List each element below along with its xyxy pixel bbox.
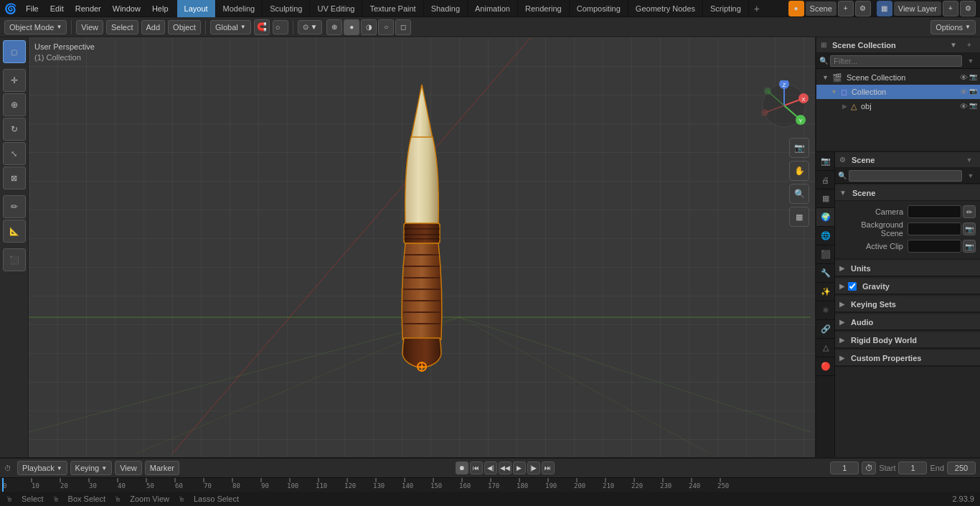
view-dropdown[interactable]: View — [115, 461, 142, 475]
play-reverse-btn[interactable]: ◀◀ — [499, 462, 512, 474]
props-tab-scene[interactable]: 🌍 — [816, 208, 835, 227]
gravity-section-header[interactable]: ▶ Gravity — [835, 278, 980, 294]
menu-edit[interactable]: Edit — [44, 0, 70, 17]
play-btn[interactable]: ▶ — [513, 462, 526, 474]
props-tab-modifier[interactable]: 🔧 — [816, 264, 835, 283]
props-tab-material[interactable]: 🔴 — [816, 357, 835, 376]
viewlayer-add-icon[interactable]: + — [943, 1, 958, 17]
active-clip-icon[interactable]: 📷 — [963, 240, 976, 253]
current-frame-input[interactable]: 1 — [830, 462, 859, 474]
outliner-search-input[interactable] — [830, 55, 962, 67]
collection-render-toggle[interactable]: 📷 — [969, 88, 977, 96]
props-search-input[interactable] — [849, 170, 962, 182]
select-menu[interactable]: Select — [106, 20, 138, 34]
rigid-body-section-header[interactable]: ▶ Rigid Body World — [835, 332, 980, 348]
outliner-add-btn[interactable]: + — [963, 39, 976, 52]
scene-add-icon[interactable]: + — [838, 1, 854, 17]
tool-annotate[interactable]: ✏ — [3, 195, 26, 218]
knife-object[interactable] — [390, 80, 454, 383]
obj-render-toggle[interactable]: 📷 — [969, 102, 977, 111]
viewport-layer-btn[interactable]: ▦ — [789, 207, 809, 227]
3d-viewport[interactable]: User Perspective (1) Collection — [29, 37, 815, 457]
viewport-shading-wireframe[interactable]: ◻ — [395, 19, 411, 35]
jump-end-btn[interactable]: ⏭ — [542, 462, 555, 474]
snap-magnet-icon[interactable]: 🧲 — [254, 19, 270, 35]
viewport-zoom-btn[interactable]: 🔍 — [789, 184, 809, 204]
audio-section-header[interactable]: ▶ Audio — [835, 314, 980, 330]
viewport-overlay-dropdown[interactable]: ⊙ ▼ — [298, 20, 323, 34]
camera-value[interactable] — [908, 205, 961, 218]
object-menu[interactable]: Object — [168, 20, 201, 34]
scene-settings-icon[interactable]: ⚙ — [855, 1, 871, 17]
jump-start-btn[interactable]: ⏮ — [470, 462, 483, 474]
playback-dropdown[interactable]: Playback ▼ — [17, 461, 67, 475]
obj-hide-toggle[interactable]: 👁 — [960, 102, 968, 111]
view-menu[interactable]: View — [76, 20, 103, 34]
gravity-checkbox[interactable] — [848, 282, 857, 291]
menu-file[interactable]: File — [20, 0, 44, 17]
tool-measure[interactable]: 📐 — [3, 220, 26, 243]
options-dropdown[interactable]: Options ▼ — [930, 20, 976, 34]
props-tab-object[interactable]: ⬛ — [816, 245, 835, 264]
props-tab-data[interactable]: △ — [816, 339, 835, 357]
tab-add-button[interactable]: + — [749, 1, 765, 17]
add-menu[interactable]: Add — [141, 20, 166, 34]
tool-move[interactable]: ⊕ — [3, 93, 26, 116]
props-tab-constraints[interactable]: 🔗 — [816, 320, 835, 339]
tab-modeling[interactable]: Modeling — [216, 0, 263, 17]
tab-texture-paint[interactable]: Texture Paint — [362, 0, 423, 17]
viewport-camera-btn[interactable]: 📷 — [789, 138, 809, 158]
menu-render[interactable]: Render — [70, 0, 107, 17]
menu-window[interactable]: Window — [107, 0, 146, 17]
outliner-filter-btn[interactable]: ▼ — [947, 39, 960, 52]
bg-scene-icon[interactable]: 📷 — [963, 222, 976, 235]
tab-shading[interactable]: Shading — [424, 0, 468, 17]
viewport-shading-material[interactable]: ◑ — [361, 19, 377, 35]
viewlayer-selector[interactable]: View Layer — [894, 1, 941, 16]
props-tab-viewlayer[interactable]: ▦ — [816, 189, 835, 208]
axes-gizmo[interactable]: X Y Z — [759, 80, 809, 131]
props-search-options[interactable]: ▼ — [964, 170, 977, 182]
marker-dropdown[interactable]: Marker — [145, 461, 179, 475]
play-record-btn[interactable]: ⏺ — [456, 462, 468, 474]
bg-scene-value[interactable] — [908, 222, 961, 235]
tab-rendering[interactable]: Rendering — [518, 0, 570, 17]
tab-scripting[interactable]: Scripting — [703, 0, 749, 17]
tab-animation[interactable]: Animation — [468, 0, 518, 17]
proportional-edit[interactable]: ○ — [273, 20, 288, 34]
step-forward-btn[interactable]: |▶ — [527, 462, 540, 474]
render-toggle[interactable]: 📷 — [969, 73, 977, 82]
viewport-shading-rendered[interactable]: ○ — [378, 19, 394, 35]
outliner-filter-options[interactable]: ▼ — [964, 55, 977, 67]
tab-uv-editing[interactable]: UV Editing — [310, 0, 362, 17]
scene-section-header[interactable]: ▼ Scene — [835, 185, 980, 201]
keying-dropdown[interactable]: Keying ▼ — [70, 461, 113, 475]
viewlayer-settings-icon[interactable]: ⚙ — [960, 1, 976, 17]
tool-cursor[interactable]: ✛ — [3, 69, 26, 92]
timeline-ruler-area[interactable]: 0 10 20 30 40 50 60 70 80 — [0, 477, 980, 492]
viewport-shading-solid[interactable]: ● — [344, 19, 359, 35]
tab-layout[interactable]: Layout — [177, 0, 216, 17]
props-options-btn[interactable]: ▼ — [963, 154, 976, 166]
menu-help[interactable]: Help — [146, 0, 174, 17]
viewport-gizmo-icon[interactable]: ⊕ — [326, 19, 342, 35]
tree-collection[interactable]: ▼ ◻ Collection 👁 📷 — [816, 85, 980, 99]
tool-add-cube[interactable]: ⬛ — [3, 248, 26, 271]
props-tab-physics[interactable]: ⚛ — [816, 301, 835, 320]
transform-orientation[interactable]: Global ▼ — [210, 20, 251, 34]
frame-clock-icon[interactable]: ⏱ — [862, 462, 876, 474]
step-back-btn[interactable]: ◀| — [484, 462, 497, 474]
tool-transform[interactable]: ⊠ — [3, 167, 26, 189]
tab-geometry-nodes[interactable]: Geometry Nodes — [628, 0, 703, 17]
custom-props-section-header[interactable]: ▶ Custom Properties — [835, 350, 980, 366]
keying-sets-section-header[interactable]: ▶ Keying Sets — [835, 296, 980, 312]
tool-rotate[interactable]: ↻ — [3, 118, 26, 141]
mode-dropdown[interactable]: Object Mode ▼ — [4, 20, 67, 34]
tab-sculpting[interactable]: Sculpting — [263, 0, 310, 17]
props-tab-world[interactable]: 🌐 — [816, 227, 835, 245]
camera-picker-icon[interactable]: ✏ — [963, 205, 976, 218]
active-clip-value[interactable] — [908, 240, 961, 253]
props-tab-output[interactable]: 🖨 — [816, 171, 835, 189]
scene-selector[interactable]: Scene — [806, 1, 837, 16]
props-tab-particles[interactable]: ✨ — [816, 283, 835, 301]
